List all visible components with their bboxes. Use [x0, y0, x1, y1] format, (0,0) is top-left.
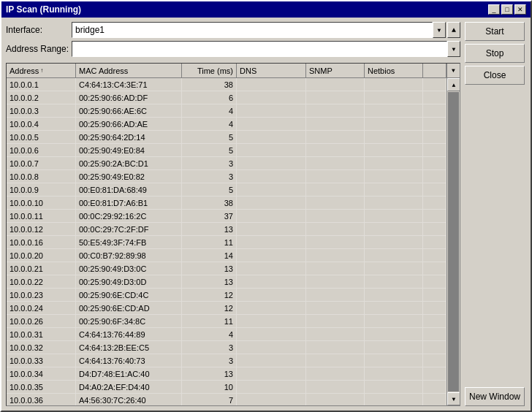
- td-dns: [237, 223, 306, 235]
- th-time[interactable]: Time (ms): [182, 64, 237, 77]
- close-button[interactable]: Close: [465, 66, 525, 85]
- table-row[interactable]: 10.0.0.24 00:25:90:6E:CD:AD 12: [7, 302, 446, 315]
- table-row[interactable]: 10.0.0.32 C4:64:13:2B:EE:C5 3: [7, 341, 446, 354]
- th-mac[interactable]: MAC Address: [76, 64, 182, 77]
- stop-button[interactable]: Stop: [465, 44, 525, 63]
- table-row[interactable]: 10.0.0.34 D4:D7:48:E1:AC:40 13: [7, 367, 446, 381]
- results-table-area: Address ↑ MAC Address Time (ms) DNS SNMP: [6, 63, 460, 406]
- td-snmp: [306, 394, 365, 405]
- td-time: 5: [182, 183, 237, 196]
- td-address: 10.0.0.32: [7, 341, 76, 354]
- table-body: 10.0.0.1 C4:64:13:C4:3E:71 38 10.0.0.2 0…: [7, 78, 446, 405]
- maximize-button[interactable]: □: [501, 4, 513, 15]
- th-snmp[interactable]: SNMP: [306, 64, 365, 77]
- td-address: 10.0.0.36: [7, 394, 76, 405]
- table-row[interactable]: 10.0.0.1 C4:64:13:C4:3E:71 38: [7, 78, 446, 91]
- table-row[interactable]: 10.0.0.20 00:C0:B7:92:89:98 14: [7, 249, 446, 262]
- td-netbios: [365, 394, 423, 405]
- td-extra: [423, 131, 446, 143]
- table-row[interactable]: 10.0.0.11 00:0C:29:92:16:2C 37: [7, 210, 446, 223]
- td-snmp: [306, 197, 365, 209]
- table-row[interactable]: 10.0.0.12 00:0C:29:7C:2F:DF 13: [7, 223, 446, 236]
- scroll-down-btn[interactable]: ▼: [447, 392, 460, 405]
- td-time: 38: [182, 78, 237, 91]
- vertical-scrollbar[interactable]: ▲ ▼: [446, 78, 460, 405]
- td-extra: [423, 236, 446, 248]
- table-row[interactable]: 10.0.0.6 00:25:90:49:E0:84 5: [7, 144, 446, 157]
- th-netbios[interactable]: Netbios: [365, 64, 423, 77]
- td-snmp: [306, 157, 365, 169]
- td-dns: [237, 144, 306, 156]
- table-row[interactable]: 10.0.0.22 00:25:90:49:D3:0D 13: [7, 275, 446, 289]
- address-range-input-wrap: ▼: [72, 41, 460, 57]
- table-row[interactable]: 10.0.0.33 C4:64:13:76:40:73 3: [7, 354, 446, 367]
- td-netbios: [365, 249, 423, 262]
- close-title-button[interactable]: ✕: [514, 4, 526, 15]
- interface-scroll-up[interactable]: ▲: [447, 22, 460, 38]
- table-row[interactable]: 10.0.0.8 00:25:90:49:E0:82 3: [7, 170, 446, 183]
- table-row[interactable]: 10.0.0.31 C4:64:13:76:44:89 4: [7, 328, 446, 341]
- td-address: 10.0.0.35: [7, 381, 76, 393]
- table-row[interactable]: 10.0.0.7 00:25:90:2A:BC:D1 3: [7, 157, 446, 170]
- table-row[interactable]: 10.0.0.3 00:25:90:66:AE:6C 4: [7, 104, 446, 118]
- td-snmp: [306, 381, 365, 393]
- td-snmp: [306, 249, 365, 262]
- table-row[interactable]: 10.0.0.10 00:E0:81:D7:A6:B1 38: [7, 197, 446, 210]
- td-netbios: [365, 262, 423, 275]
- td-snmp: [306, 183, 365, 196]
- minimize-button[interactable]: _: [488, 4, 500, 15]
- table-row[interactable]: 10.0.0.36 A4:56:30:7C:26:40 7: [7, 394, 446, 405]
- td-netbios: [365, 118, 423, 130]
- td-snmp: [306, 236, 365, 248]
- table-row[interactable]: 10.0.0.26 00:25:90:6F:34:8C 11: [7, 315, 446, 328]
- scroll-up-btn[interactable]: ▲: [447, 78, 460, 91]
- table-row[interactable]: 10.0.0.9 00:E0:81:DA:68:49 5: [7, 183, 446, 197]
- address-range-input[interactable]: [72, 41, 447, 57]
- td-time: 4: [182, 328, 237, 340]
- window-title: IP Scan (Running): [6, 4, 81, 15]
- td-mac: 00:25:90:64:2D:14: [76, 131, 182, 143]
- interface-dropdown-btn[interactable]: ▼: [433, 22, 446, 38]
- td-mac: C4:64:13:C4:3E:71: [76, 78, 182, 91]
- td-dns: [237, 78, 306, 91]
- td-mac: C4:64:13:76:40:73: [76, 354, 182, 367]
- interface-row: Interface: ▼ ▲: [6, 22, 460, 38]
- table-row[interactable]: 10.0.0.16 50:E5:49:3F:74:FB 11: [7, 236, 446, 249]
- table-row[interactable]: 10.0.0.5 00:25:90:64:2D:14 5: [7, 131, 446, 144]
- td-dns: [237, 289, 306, 301]
- td-netbios: [365, 223, 423, 235]
- title-buttons: _ □ ✕: [488, 4, 526, 15]
- th-address[interactable]: Address ↑: [7, 64, 76, 77]
- th-dns[interactable]: DNS: [237, 64, 306, 77]
- td-snmp: [306, 91, 365, 104]
- interface-input[interactable]: [72, 22, 433, 38]
- start-button[interactable]: Start: [465, 22, 525, 41]
- td-time: 13: [182, 367, 237, 380]
- td-time: 13: [182, 223, 237, 235]
- td-snmp: [306, 341, 365, 354]
- address-range-dropdown-btn[interactable]: ▼: [447, 41, 460, 57]
- scroll-thumb[interactable]: [448, 92, 459, 392]
- td-extra: [423, 275, 446, 288]
- table-row[interactable]: 10.0.0.35 D4:A0:2A:EF:D4:40 10: [7, 381, 446, 394]
- td-extra: [423, 289, 446, 301]
- th-scroll-btn[interactable]: ▼: [446, 64, 460, 77]
- table-row[interactable]: 10.0.0.4 00:25:90:66:AD:AE 4: [7, 118, 446, 131]
- td-dns: [237, 315, 306, 327]
- table-row[interactable]: 10.0.0.2 00:25:90:66:AD:DF 6: [7, 91, 446, 104]
- td-netbios: [365, 236, 423, 248]
- td-time: 13: [182, 275, 237, 288]
- td-extra: [423, 118, 446, 130]
- td-extra: [423, 354, 446, 367]
- td-netbios: [365, 183, 423, 196]
- td-mac: 00:25:90:66:AD:AE: [76, 118, 182, 130]
- td-time: 6: [182, 91, 237, 104]
- td-extra: [423, 157, 446, 169]
- new-window-button[interactable]: New Window: [465, 387, 525, 406]
- td-time: 14: [182, 249, 237, 262]
- table-row[interactable]: 10.0.0.21 00:25:90:49:D3:0C 13: [7, 262, 446, 275]
- td-address: 10.0.0.22: [7, 275, 76, 288]
- td-snmp: [306, 104, 365, 117]
- td-snmp: [306, 131, 365, 143]
- table-row[interactable]: 10.0.0.23 00:25:90:6E:CD:4C 12: [7, 289, 446, 302]
